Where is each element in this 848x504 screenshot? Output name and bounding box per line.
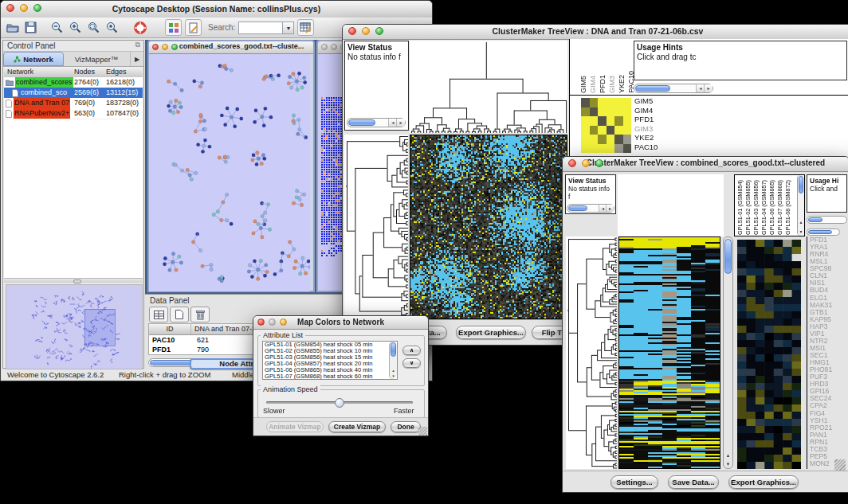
row-dendrogram[interactable]	[566, 236, 617, 469]
gene-label[interactable]: BUD4	[810, 287, 848, 294]
minimize-icon[interactable]	[162, 44, 168, 50]
scroll-up-icon[interactable]: ▴	[390, 368, 397, 373]
search-dropdown-icon[interactable]: ▼	[282, 22, 293, 33]
row-label[interactable]: PFD1	[634, 115, 682, 124]
usage-hscrollbar[interactable]	[807, 216, 847, 224]
close-icon[interactable]	[321, 44, 328, 50]
network-view-titlebar[interactable]: combined_scores_good.txt--cluste...	[149, 41, 313, 54]
gene-label[interactable]: GPI16	[810, 388, 848, 395]
zoom-window-icon[interactable]	[280, 318, 287, 326]
close-icon[interactable]	[348, 27, 356, 35]
gene-label[interactable]: RPN1	[810, 439, 848, 446]
column-label[interactable]: GIM5	[579, 76, 587, 93]
close-icon[interactable]	[568, 159, 576, 167]
gene-label[interactable]: PFD1	[810, 236, 848, 244]
treeview2-titlebar[interactable]: ClusterMaker TreeView : combined_scores_…	[563, 157, 848, 172]
resize-grip[interactable]	[418, 427, 427, 436]
gene-label[interactable]: MSI1	[810, 345, 848, 352]
plugin-manager-icon[interactable]	[165, 19, 182, 36]
gene-label[interactable]: ELG1	[810, 295, 848, 302]
annotation-icon[interactable]	[185, 19, 202, 36]
column-dendrogram[interactable]	[410, 41, 567, 133]
gene-label[interactable]: YRA1	[810, 244, 848, 251]
animate-vizmap-button[interactable]: Animate Vizmap	[266, 421, 324, 432]
row-label[interactable]: GIM3	[634, 124, 682, 134]
gene-label[interactable]: MAK31	[810, 302, 848, 309]
scroll-right-icon[interactable]: ▸	[704, 84, 713, 92]
animation-slider[interactable]	[266, 398, 413, 408]
scroll-up-icon[interactable]: ▴	[724, 452, 732, 459]
column-label[interactable]: PFD1	[599, 75, 607, 93]
gene-label[interactable]: PHO81	[810, 366, 848, 373]
treeview1-titlebar[interactable]: ClusterMaker TreeView : DNA and Tran 07-…	[343, 25, 848, 40]
network-table-header[interactable]: Network Nodes Edges	[4, 67, 143, 78]
table-mode-icon[interactable]	[149, 307, 168, 322]
gene-label[interactable]: HMG1	[810, 359, 848, 366]
labels-vscrollbar[interactable]: ▴ ▾	[797, 175, 804, 236]
export-graphics-button[interactable]: Export Graphics...	[728, 475, 799, 489]
network-row-rnapuber[interactable]: RNAPuberNov2+ 563(0) 107847(0)	[4, 108, 143, 119]
scroll-right-icon[interactable]: ▸	[396, 119, 405, 127]
gene-label[interactable]: RPO21	[810, 424, 848, 432]
attribute-item[interactable]: GPL51-02 (GSM855) heat shock 10 min	[263, 348, 389, 354]
scroll-down-icon[interactable]: ▾	[390, 373, 397, 378]
float-panel-icon[interactable]: ⧉	[135, 41, 140, 49]
column-label[interactable]: GIM4	[589, 76, 597, 93]
column-label[interactable]: GPL51-03 (GSM856)	[752, 180, 760, 235]
gene-label[interactable]: VIP1	[810, 330, 848, 338]
minimize-icon[interactable]	[20, 4, 28, 12]
done-button[interactable]: Done	[391, 421, 421, 432]
tab-vizmapper[interactable]: VizMapper™	[64, 52, 129, 66]
column-dendrogram-area[interactable]	[618, 174, 724, 236]
heatmap-vscrollbar[interactable]: ▴ ▾	[723, 236, 733, 469]
gene-label[interactable]: FIG4	[810, 410, 848, 417]
scrollbar-thumb[interactable]	[635, 85, 670, 92]
correlation-matrix[interactable]	[581, 98, 631, 153]
network-row-combined-scores[interactable]: combined_scores 2764(0) 16218(0)	[4, 77, 143, 88]
treeview1-row-labels[interactable]: GIM5GIM4PFD1GIM3YKE2PAC10	[634, 96, 682, 151]
zoom-fit-icon[interactable]	[86, 20, 101, 35]
attribute-item[interactable]: GPL51-06 (GSM865) heat shock 40 min	[263, 367, 389, 373]
list-vscrollbar[interactable]: ▴ ▾	[389, 342, 397, 379]
move-down-button[interactable]: ∨	[402, 358, 421, 368]
gene-label[interactable]: HAP3	[810, 323, 848, 330]
minimize-icon[interactable]	[582, 159, 590, 167]
column-label[interactable]: GIM3	[608, 76, 616, 93]
gene-list[interactable]: PFD1YRA1RNR4MSL1SPC98CLN1NIS1BUD4ELG1MAK…	[807, 236, 848, 469]
attribute-item[interactable]: GPL51-04 (GSM857) heat shock 20 min	[263, 361, 389, 367]
view-status-hscrollbar[interactable]: ◂ ▸	[347, 118, 406, 127]
gene-label[interactable]: CLN1	[810, 272, 848, 279]
minimize-icon[interactable]	[269, 318, 276, 326]
close-icon[interactable]	[257, 318, 265, 326]
attribute-item[interactable]: GPL51-03 (GSM856) heat shock 15 min	[263, 354, 389, 361]
attribute-item[interactable]: GPL51-01 (GSM854) heat shock 05 min	[263, 342, 389, 348]
network-canvas[interactable]	[149, 54, 310, 291]
gene-label[interactable]: YSH1	[810, 417, 848, 424]
delete-attribute-icon[interactable]	[190, 307, 210, 322]
save-icon[interactable]	[23, 20, 38, 35]
gene-label[interactable]: GTB1	[810, 309, 848, 316]
help-lifebuoy-icon[interactable]	[132, 20, 147, 35]
attribute-table-icon[interactable]	[297, 19, 314, 36]
gene-label[interactable]: CPA2	[810, 402, 848, 409]
network-row-combined-sco[interactable]: combined_sco 2569(6) 13112(15)	[4, 88, 143, 98]
view-status-hscrollbar[interactable]: ◂ ▸	[567, 204, 614, 213]
gene-label[interactable]: TCB3	[810, 446, 848, 453]
gene-label[interactable]: HRD3	[810, 381, 848, 388]
gene-label[interactable]: PAN1	[810, 432, 848, 439]
scrollbar-thumb[interactable]	[808, 217, 822, 222]
gene-label[interactable]: SPC98	[810, 265, 848, 272]
heatmap-zoom[interactable]	[737, 240, 801, 469]
zoom-selected-icon[interactable]	[104, 20, 120, 35]
treeview1-column-labels[interactable]: GIM5GIM4PFD1GIM3YKE2PAC10	[579, 41, 634, 93]
gene-label[interactable]: SEC1	[810, 352, 848, 359]
settings-button[interactable]: Settings...	[610, 475, 658, 489]
scrollbar-thumb[interactable]	[568, 205, 587, 211]
column-label[interactable]: YKE2	[618, 75, 626, 93]
minimize-icon[interactable]	[331, 44, 337, 50]
network-row-dna-tran[interactable]: DNA and Tran 07 769(0) 183728(0)	[4, 98, 143, 108]
column-label[interactable]: GPL51-06 (GSM865)	[768, 180, 775, 235]
move-up-button[interactable]: ∧	[402, 346, 421, 355]
scrollbar-thumb[interactable]	[799, 176, 803, 193]
close-icon[interactable]	[6, 4, 14, 12]
